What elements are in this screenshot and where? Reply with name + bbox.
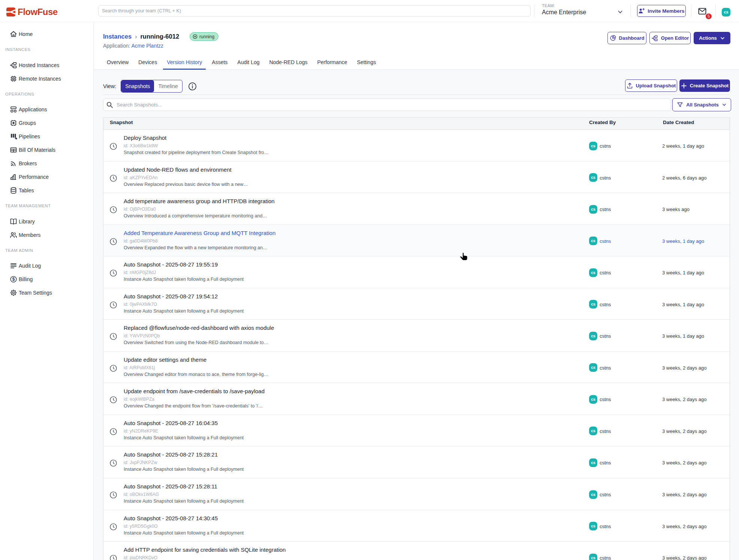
svg-text:$: $	[12, 277, 15, 282]
